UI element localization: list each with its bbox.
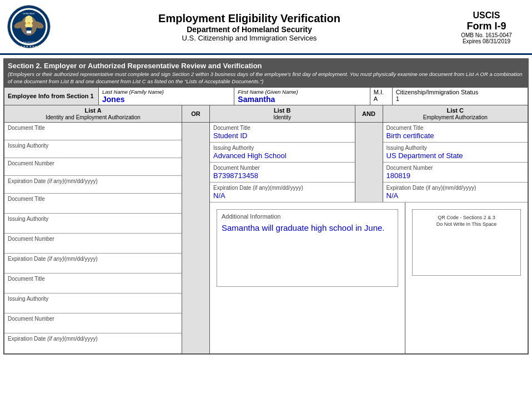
header-title-block: Employment Eligibility Verification Depa… [51, 12, 448, 42]
svg-text:DEPARTMENT: DEPARTMENT [23, 13, 35, 15]
list-a-exp-date-label-2: Expiration Date (if any)(mm/dd/yyyy) [8, 256, 178, 262]
list-b-doc-number-label: Document Number [213, 165, 352, 171]
first-name-value: Samantha [238, 95, 366, 104]
additional-info-text: Samantha will graduate high school in Ju… [222, 222, 393, 235]
form-title: Employment Eligibility Verification [51, 12, 448, 25]
list-a-exp-date-2: Expiration Date (if any)(mm/dd/yyyy) [4, 254, 182, 274]
list-c-issuing-auth-label: Issuing Authority [387, 145, 525, 151]
list-a-doc-title-3: Document Title [4, 274, 182, 293]
emp-info-label: Employee Info from Section 1 [4, 88, 99, 105]
svg-rect-10 [26, 28, 32, 31]
list-a-issuing-auth-2: Issuing Authority [4, 214, 182, 234]
list-headers-row: List A Identity and Employment Authoriza… [4, 105, 528, 123]
list-c-exp-date: Expiration Date (if any)(mm/dd/yyyy) N/A [383, 183, 528, 202]
list-b-doc-number: Document Number B7398713458 [210, 163, 355, 183]
list-b-issuing-auth-label: Issuing Authority [213, 145, 352, 151]
mi-label: M.I. [374, 89, 389, 95]
list-a-issuing-auth-1: Issuing Authority [4, 140, 182, 158]
col-or-divider [182, 123, 210, 353]
list-a-doc-title-2: Document Title [4, 194, 182, 214]
or-separator: OR [182, 105, 210, 122]
first-name-field: First Name (Given Name) Samantha [234, 88, 370, 105]
form-id-block: USCIS Form I-9 OMB No. 1615-0047 Expires… [448, 11, 525, 44]
list-a-header: List A Identity and Employment Authoriza… [4, 105, 182, 122]
list-b-exp-date: Expiration Date (if any)(mm/dd/yyyy) N/A [210, 183, 355, 202]
agency-logo: ★ ★ ★ ★ ★ ★ ★ ★ DEPARTMENT LAND SECURITY [7, 4, 51, 50]
list-a-doc-number-label-1: Document Number [8, 160, 178, 166]
list-a-exp-date-label-3: Expiration Date (if any)(mm/dd/yyyy) [8, 336, 178, 342]
list-c-exp-date-label: Expiration Date (if any)(mm/dd/yyyy) [387, 185, 525, 191]
citizenship-field: Citizenship/Immigration Status 1 [393, 88, 528, 105]
list-a-doc-number-label-3: Document Number [8, 316, 178, 322]
list-a-issuing-auth-label-1: Issuing Authority [8, 143, 178, 149]
form-agency: U.S. Citizenship and Immigration Service… [51, 34, 448, 42]
list-b-doc-title-label: Document Title [213, 125, 352, 131]
svg-text:★ ★ ★ ★ ★ ★ ★ ★: ★ ★ ★ ★ ★ ★ ★ ★ [18, 45, 40, 48]
list-a-doc-number-1: Document Number [4, 158, 182, 176]
last-name-field: Last Name (Family Name) Jones [99, 88, 234, 105]
list-c-doc-title: Document Title Birth certificate [383, 123, 528, 143]
last-name-value: Jones [102, 95, 230, 104]
list-b-header: List B Identity [210, 105, 355, 122]
bc-bottom-area: Additional Information Samantha will gra… [210, 203, 528, 353]
list-c-doc-title-label: Document Title [387, 125, 525, 131]
list-b-exp-date-label: Expiration Date (if any)(mm/dd/yyyy) [213, 185, 352, 191]
list-b-issuing-auth: Issuing Authority Advanced High School [210, 143, 355, 163]
list-a-issuing-auth-label-3: Issuing Authority [8, 296, 178, 302]
list-b-exp-date-value: N/A [213, 191, 352, 200]
section2-block: Section 2. Employer or Authorized Repres… [3, 58, 529, 355]
and-separator: AND [355, 105, 383, 122]
list-a-doc-number-3: Document Number [4, 313, 182, 333]
bc-top-fields: Document Title Student ID Issuing Author… [210, 123, 528, 203]
form-subtitle: Department of Homeland Security [51, 25, 448, 34]
section2-header: Section 2. Employer or Authorized Repres… [4, 59, 528, 88]
list-b-doc-title-value: Student ID [213, 131, 352, 140]
first-name-label: First Name (Given Name) [238, 89, 366, 95]
list-a-title: List A [84, 107, 101, 114]
list-a-doc-number-2: Document Number [4, 234, 182, 254]
list-c-title: List C [446, 107, 464, 114]
main-content-row: Document Title Issuing Authority Documen… [4, 123, 528, 353]
omb-number: OMB No. 1615-0047 [448, 32, 525, 38]
bc-area: Document Title Student ID Issuing Author… [210, 123, 528, 353]
list-a-exp-date-3: Expiration Date (if any)(mm/dd/yyyy) [4, 333, 182, 353]
list-a-doc-title-label-3: Document Title [8, 276, 178, 282]
list-a-issuing-auth-label-2: Issuing Authority [8, 216, 178, 222]
list-a-doc-title-1: Document Title [4, 123, 182, 140]
list-a-issuing-auth-3: Issuing Authority [4, 293, 182, 313]
list-c-exp-date-value: N/A [387, 191, 525, 200]
page-header: ★ ★ ★ ★ ★ ★ ★ ★ DEPARTMENT LAND SECURITY… [0, 0, 532, 55]
additional-info-container: Additional Information Samantha will gra… [210, 203, 405, 353]
list-b-fields: Document Title Student ID Issuing Author… [210, 123, 355, 202]
list-a-doc-title-label-2: Document Title [8, 196, 178, 202]
list-b-doc-number-value: B7398713458 [213, 171, 352, 180]
employee-info-row: Employee Info from Section 1 Last Name (… [4, 88, 528, 105]
list-b-issuing-auth-value: Advanced High School [213, 151, 352, 160]
list-a-exp-date-1: Expiration Date (if any)(mm/dd/yyyy) [4, 176, 182, 194]
list-b-title: List B [274, 107, 291, 114]
list-a-subtitle: Identity and Employment Authorization [46, 114, 140, 120]
uscis-label: USCIS [448, 11, 525, 21]
list-a-exp-date-label-1: Expiration Date (if any)(mm/dd/yyyy) [8, 178, 178, 184]
list-b-doc-title: Document Title Student ID [210, 123, 355, 143]
expiration-date: Expires 08/31/2019 [448, 38, 525, 44]
list-a-doc-number-label-2: Document Number [8, 236, 178, 242]
additional-info-label: Additional Information [222, 213, 393, 220]
list-c-doc-number: Document Number 180819 [383, 163, 528, 183]
mi-field: M.I. A [370, 88, 393, 105]
qr-code-box: QR Code - Sections 2 & 3 Do Not Write In… [412, 209, 521, 276]
form-name: Form I-9 [448, 21, 525, 32]
section2-subtitle: (Employers or their authorized represent… [8, 71, 524, 85]
list-c-header: List C Employment Authorization [383, 105, 528, 122]
svg-text:LAND SECURITY: LAND SECURITY [22, 42, 36, 44]
citizenship-value: 1 [396, 95, 524, 102]
list-c-subtitle: Employment Authorization [423, 114, 488, 120]
col-a: Document Title Issuing Authority Documen… [4, 123, 182, 353]
mi-value: A [374, 95, 389, 102]
list-c-doc-number-label: Document Number [387, 165, 525, 171]
list-c-fields: Document Title Birth certificate Issuing… [383, 123, 528, 202]
list-c-doc-number-value: 180819 [387, 171, 525, 180]
section2-title: Section 2. Employer or Authorized Repres… [8, 62, 524, 70]
last-name-label: Last Name (Family Name) [102, 89, 230, 95]
col-and-divider [355, 123, 383, 202]
